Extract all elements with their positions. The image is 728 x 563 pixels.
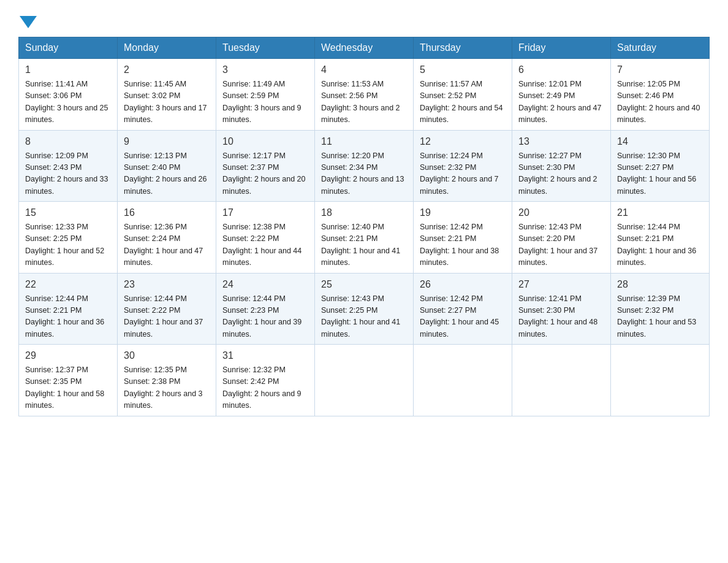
day-info: Sunrise: 12:13 PMSunset: 2:40 PMDaylight… (124, 150, 210, 198)
day-info: Sunrise: 12:36 PMSunset: 2:24 PMDaylight… (124, 221, 210, 269)
day-info: Sunrise: 12:43 PMSunset: 2:25 PMDaylight… (321, 293, 407, 341)
calendar-week-row: 1Sunrise: 11:41 AMSunset: 3:06 PMDayligh… (19, 59, 710, 131)
calendar-cell: 28Sunrise: 12:39 PMSunset: 2:32 PMDaylig… (611, 273, 710, 345)
day-info: Sunrise: 12:41 PMSunset: 2:30 PMDaylight… (518, 293, 604, 341)
calendar-cell: 1Sunrise: 11:41 AMSunset: 3:06 PMDayligh… (19, 59, 118, 131)
day-info: Sunrise: 12:44 PMSunset: 2:21 PMDaylight… (25, 293, 111, 341)
weekday-header-monday: Monday (118, 37, 216, 59)
day-info: Sunrise: 12:37 PMSunset: 2:35 PMDaylight… (25, 364, 111, 412)
day-number: 18 (321, 205, 407, 220)
day-info: Sunrise: 12:09 PMSunset: 2:43 PMDaylight… (25, 150, 111, 198)
day-info: Sunrise: 12:33 PMSunset: 2:25 PMDaylight… (25, 221, 111, 269)
day-number: 24 (222, 277, 308, 292)
day-number: 10 (222, 134, 308, 149)
day-number: 2 (124, 63, 210, 77)
calendar-cell: 4Sunrise: 11:53 AMSunset: 2:56 PMDayligh… (315, 59, 414, 131)
calendar-week-row: 22Sunrise: 12:44 PMSunset: 2:21 PMDaylig… (19, 273, 710, 345)
calendar-week-row: 8Sunrise: 12:09 PMSunset: 2:43 PMDayligh… (19, 130, 710, 202)
day-info: Sunrise: 12:39 PMSunset: 2:32 PMDaylight… (617, 293, 703, 341)
day-number: 20 (518, 205, 604, 220)
day-info: Sunrise: 12:40 PMSunset: 2:21 PMDaylight… (321, 221, 407, 269)
day-info: Sunrise: 12:30 PMSunset: 2:27 PMDaylight… (617, 150, 703, 198)
calendar-cell: 26Sunrise: 12:42 PMSunset: 2:27 PMDaylig… (414, 273, 512, 345)
calendar-table: SundayMondayTuesdayWednesdayThursdayFrid… (18, 37, 710, 416)
day-number: 21 (617, 205, 703, 220)
day-number: 19 (420, 205, 506, 220)
day-info: Sunrise: 12:27 PMSunset: 2:30 PMDaylight… (518, 150, 604, 198)
calendar-cell: 22Sunrise: 12:44 PMSunset: 2:21 PMDaylig… (19, 273, 118, 345)
day-number: 4 (321, 63, 407, 77)
weekday-header-sunday: Sunday (19, 37, 118, 59)
day-number: 15 (25, 205, 111, 220)
day-info: Sunrise: 12:44 PMSunset: 2:22 PMDaylight… (124, 293, 210, 341)
day-number: 14 (617, 134, 703, 149)
calendar-cell: 15Sunrise: 12:33 PMSunset: 2:25 PMDaylig… (19, 202, 118, 274)
calendar-cell: 2Sunrise: 11:45 AMSunset: 3:02 PMDayligh… (118, 59, 216, 131)
calendar-cell: 25Sunrise: 12:43 PMSunset: 2:25 PMDaylig… (315, 273, 414, 345)
weekday-header-wednesday: Wednesday (315, 37, 414, 59)
day-number: 11 (321, 134, 407, 149)
calendar-cell: 24Sunrise: 12:44 PMSunset: 2:23 PMDaylig… (216, 273, 315, 345)
day-number: 5 (420, 63, 506, 77)
calendar-cell: 8Sunrise: 12:09 PMSunset: 2:43 PMDayligh… (19, 130, 118, 202)
calendar-week-row: 29Sunrise: 12:37 PMSunset: 2:35 PMDaylig… (19, 345, 710, 416)
day-info: Sunrise: 12:32 PMSunset: 2:42 PMDaylight… (222, 364, 308, 412)
calendar-cell: 20Sunrise: 12:43 PMSunset: 2:20 PMDaylig… (512, 202, 611, 274)
calendar-cell: 31Sunrise: 12:32 PMSunset: 2:42 PMDaylig… (216, 345, 315, 416)
day-info: Sunrise: 12:42 PMSunset: 2:27 PMDaylight… (420, 293, 506, 341)
calendar-cell: 6Sunrise: 12:01 PMSunset: 2:49 PMDayligh… (512, 59, 611, 131)
calendar-cell: 18Sunrise: 12:40 PMSunset: 2:21 PMDaylig… (315, 202, 414, 274)
calendar-cell: 14Sunrise: 12:30 PMSunset: 2:27 PMDaylig… (611, 130, 710, 202)
calendar-cell (512, 345, 611, 416)
calendar-cell: 5Sunrise: 11:57 AMSunset: 2:52 PMDayligh… (414, 59, 512, 131)
day-info: Sunrise: 11:45 AMSunset: 3:02 PMDaylight… (124, 79, 210, 126)
day-number: 25 (321, 277, 407, 292)
day-info: Sunrise: 12:20 PMSunset: 2:34 PMDaylight… (321, 150, 407, 198)
calendar-cell: 11Sunrise: 12:20 PMSunset: 2:34 PMDaylig… (315, 130, 414, 202)
calendar-cell (414, 345, 512, 416)
calendar-cell (315, 345, 414, 416)
calendar-cell: 7Sunrise: 12:05 PMSunset: 2:46 PMDayligh… (611, 59, 710, 131)
calendar-header-row: SundayMondayTuesdayWednesdayThursdayFrid… (19, 37, 710, 59)
day-number: 6 (518, 63, 604, 77)
day-number: 3 (222, 63, 308, 77)
weekday-header-tuesday: Tuesday (216, 37, 315, 59)
day-number: 29 (25, 348, 111, 363)
day-number: 13 (518, 134, 604, 149)
day-number: 28 (617, 277, 703, 292)
day-number: 1 (25, 63, 111, 77)
day-number: 9 (124, 134, 210, 149)
day-info: Sunrise: 12:42 PMSunset: 2:21 PMDaylight… (420, 221, 506, 269)
day-info: Sunrise: 11:49 AMSunset: 2:59 PMDaylight… (222, 79, 308, 126)
calendar-cell: 12Sunrise: 12:24 PMSunset: 2:32 PMDaylig… (414, 130, 512, 202)
calendar-cell: 13Sunrise: 12:27 PMSunset: 2:30 PMDaylig… (512, 130, 611, 202)
day-info: Sunrise: 12:17 PMSunset: 2:37 PMDaylight… (222, 150, 308, 198)
day-number: 7 (617, 63, 703, 77)
calendar-cell: 10Sunrise: 12:17 PMSunset: 2:37 PMDaylig… (216, 130, 315, 202)
day-info: Sunrise: 12:38 PMSunset: 2:22 PMDaylight… (222, 221, 308, 269)
day-info: Sunrise: 11:53 AMSunset: 2:56 PMDaylight… (321, 79, 407, 126)
weekday-header-friday: Friday (512, 37, 611, 59)
day-number: 31 (222, 348, 308, 363)
day-number: 26 (420, 277, 506, 292)
day-info: Sunrise: 12:44 PMSunset: 2:21 PMDaylight… (617, 221, 703, 269)
day-info: Sunrise: 12:35 PMSunset: 2:38 PMDaylight… (124, 364, 210, 412)
day-info: Sunrise: 12:44 PMSunset: 2:23 PMDaylight… (222, 293, 308, 341)
calendar-cell (611, 345, 710, 416)
weekday-header-saturday: Saturday (611, 37, 710, 59)
calendar-cell: 21Sunrise: 12:44 PMSunset: 2:21 PMDaylig… (611, 202, 710, 274)
day-info: Sunrise: 11:41 AMSunset: 3:06 PMDaylight… (25, 79, 111, 126)
day-info: Sunrise: 12:05 PMSunset: 2:46 PMDaylight… (617, 79, 703, 126)
calendar-cell: 19Sunrise: 12:42 PMSunset: 2:21 PMDaylig… (414, 202, 512, 274)
day-number: 30 (124, 348, 210, 363)
day-info: Sunrise: 12:01 PMSunset: 2:49 PMDaylight… (518, 79, 604, 126)
day-number: 27 (518, 277, 604, 292)
day-number: 23 (124, 277, 210, 292)
page-header (18, 12, 710, 25)
day-number: 8 (25, 134, 111, 149)
calendar-cell: 17Sunrise: 12:38 PMSunset: 2:22 PMDaylig… (216, 202, 315, 274)
calendar-cell: 9Sunrise: 12:13 PMSunset: 2:40 PMDayligh… (118, 130, 216, 202)
day-number: 22 (25, 277, 111, 292)
weekday-header-thursday: Thursday (414, 37, 512, 59)
calendar-week-row: 15Sunrise: 12:33 PMSunset: 2:25 PMDaylig… (19, 202, 710, 274)
